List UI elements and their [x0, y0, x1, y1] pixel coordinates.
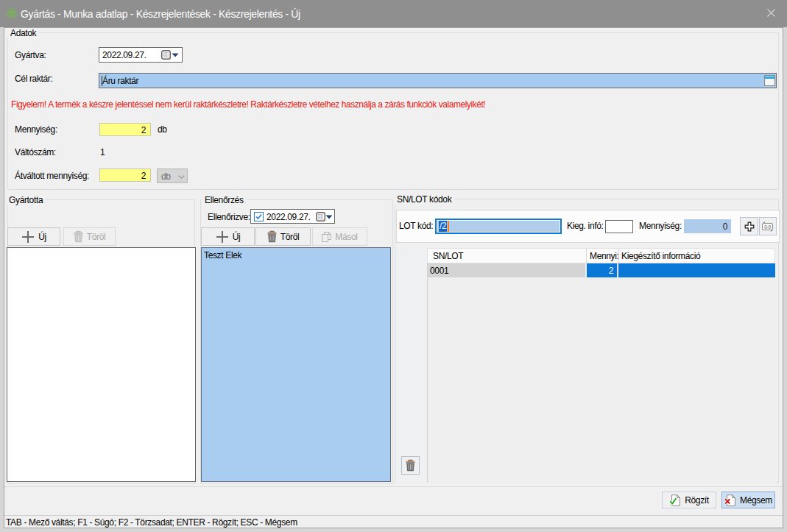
- svg-text:0-9: 0-9: [764, 224, 771, 229]
